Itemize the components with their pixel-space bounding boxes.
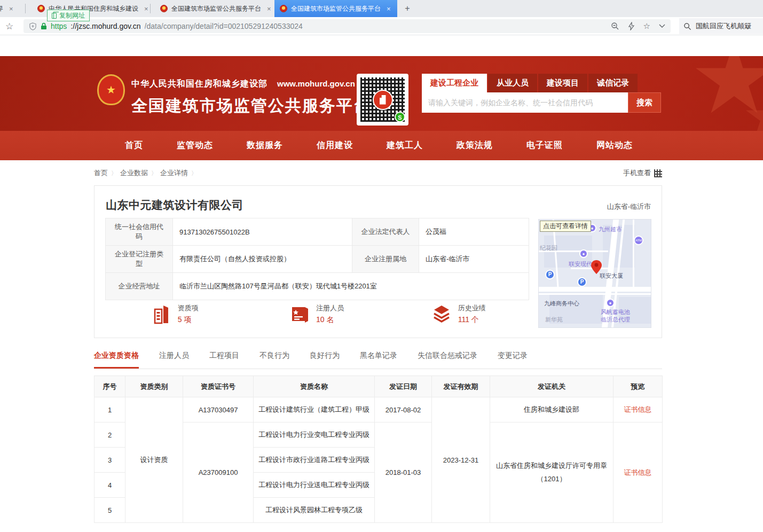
location-map[interactable]: ● 九州超市 ATM 纪花园 ● 联安现代城 联安大厦 P P 九峰商务中心 ●… bbox=[538, 219, 651, 328]
browser-tab-3[interactable]: 全国建筑市场监管公共服务平台 × bbox=[155, 0, 273, 17]
favorite-star-icon[interactable]: ☆ bbox=[643, 21, 650, 31]
col-preview: 预览 bbox=[613, 376, 663, 397]
map-label-garden: 纪花园 bbox=[540, 244, 557, 252]
legal-rep-value: 公茂福 bbox=[419, 218, 529, 246]
tab-qualifications[interactable]: 企业资质资格 bbox=[94, 351, 139, 369]
nav-item-data-service[interactable]: 数据服务 bbox=[247, 140, 283, 151]
mobile-view-label: 手机查看 bbox=[623, 168, 651, 178]
nav-item-e-license[interactable]: 电子证照 bbox=[526, 140, 563, 151]
tab-registered-personnel[interactable]: 注册人员 bbox=[159, 351, 189, 369]
search-tab-project[interactable]: 建设项目 bbox=[538, 74, 587, 92]
nav-item-home[interactable]: 首页 bbox=[125, 140, 143, 151]
breadcrumb-separator: 〉 bbox=[151, 169, 157, 177]
nav-item-site-news[interactable]: 网站动态 bbox=[596, 140, 633, 151]
shield-permissions-icon[interactable] bbox=[29, 22, 37, 30]
authority-line-1: 山东省住房和城乡建设厅许可专用章 bbox=[494, 459, 609, 473]
ministry-name: 中华人民共和国住房和城乡建设部 bbox=[131, 79, 268, 88]
cell-cert-no: A137030497 bbox=[183, 397, 254, 423]
tab-bad-behavior[interactable]: 不良行为 bbox=[259, 351, 289, 369]
company-region: 山东省-临沂市 bbox=[607, 202, 651, 212]
credit-code-value: 91371302675501022B bbox=[173, 218, 352, 246]
keyword-search-input[interactable] bbox=[422, 92, 628, 113]
qr-code-icon bbox=[654, 169, 662, 177]
tab-dishonesty-records[interactable]: 失信联合惩戒记录 bbox=[418, 351, 477, 369]
stat-value: 10 名 bbox=[316, 315, 344, 325]
cell-issue-date: 2018-01-03 bbox=[375, 423, 432, 523]
tab-close-icon[interactable]: × bbox=[144, 5, 148, 13]
cell-qualification-name: 工程设计市政行业道路工程专业丙级 bbox=[254, 448, 375, 473]
copy-url-tooltip: 复制网址 bbox=[47, 10, 90, 21]
cell-seq: 3 bbox=[95, 448, 125, 473]
national-emblem-logo: ★ bbox=[97, 74, 125, 105]
col-category: 资质类别 bbox=[125, 376, 183, 397]
cell-qualification-name: 工程设计风景园林工程专项乙级 bbox=[254, 498, 375, 523]
tab-close-icon[interactable]: × bbox=[9, 5, 13, 13]
secure-lock-icon bbox=[41, 22, 47, 30]
mobile-view-link[interactable]: 手机查看 bbox=[623, 168, 662, 178]
tab-close-icon[interactable]: × bbox=[387, 5, 391, 13]
copy-icon bbox=[52, 13, 57, 19]
tab-change-records[interactable]: 变更记录 bbox=[498, 351, 528, 369]
stat-qualifications: 资质项 5 项 bbox=[105, 303, 247, 325]
layers-icon bbox=[431, 304, 452, 324]
site-header: ★ 中华人民共和国住房和城乡建设部www.mohurd.gov.cn 全国建筑市… bbox=[0, 56, 763, 131]
nav-item-credit[interactable]: 信用建设 bbox=[317, 140, 353, 151]
tab-title: 全国建筑市场监管公共服务平台 bbox=[171, 4, 261, 13]
bookmark-star-icon[interactable]: ☆ bbox=[5, 21, 13, 32]
detail-tab-bar: 企业资质资格 注册人员 工程项目 不良行为 良好行为 黑名单记录 失信联合惩戒记… bbox=[94, 351, 662, 369]
url-path: /data/company/detail?id=0021052912405330… bbox=[145, 22, 607, 30]
breadcrumb-company-detail[interactable]: 企业详情 bbox=[160, 168, 188, 178]
map-poi-pin: ● bbox=[579, 249, 588, 258]
certificate-info-link[interactable]: 证书信息 bbox=[624, 405, 652, 413]
map-tooltip: 点击可查看详情 bbox=[540, 221, 591, 232]
quick-search-box[interactable]: 国航回应飞机颠簸 bbox=[679, 18, 763, 34]
map-atm-pin: ATM bbox=[634, 236, 643, 245]
new-tab-button[interactable]: + bbox=[402, 3, 413, 15]
cell-seq: 2 bbox=[95, 423, 125, 448]
site-favicon-icon bbox=[37, 5, 45, 12]
nav-item-workers[interactable]: 建筑工人 bbox=[387, 140, 423, 151]
col-authority: 发证机关 bbox=[490, 376, 613, 397]
breadcrumb-home[interactable]: 首页 bbox=[94, 168, 108, 178]
search-tab-credit[interactable]: 诚信记录 bbox=[588, 74, 638, 92]
table-row: 1 设计资质 A137030497 工程设计建筑行业（建筑工程）甲级 2017-… bbox=[95, 397, 663, 423]
site-title-block: 中华人民共和国住房和城乡建设部www.mohurd.gov.cn 全国建筑市场监… bbox=[131, 79, 371, 117]
stat-value: 111 个 bbox=[458, 315, 486, 325]
tab-good-behavior[interactable]: 良好行为 bbox=[310, 351, 340, 369]
search-icon bbox=[683, 22, 691, 30]
building-icon bbox=[380, 95, 386, 105]
zoom-out-icon[interactable] bbox=[611, 22, 619, 30]
search-button[interactable]: 搜索 bbox=[628, 92, 661, 113]
nav-item-policy[interactable]: 政策法规 bbox=[457, 140, 493, 151]
emblem-star-icon: ★ bbox=[106, 83, 116, 96]
certificate-info-link[interactable]: 证书信息 bbox=[624, 468, 652, 476]
company-name: 山东中元建筑设计有限公司 bbox=[106, 198, 243, 213]
browser-tab-1[interactable]: 世界 × bbox=[0, 0, 26, 17]
field-label: 企业经营地址 bbox=[106, 273, 173, 300]
search-category-tabs: 建设工程企业 从业人员 建设项目 诚信记录 bbox=[422, 74, 661, 92]
ministry-url: www.mohurd.gov.cn bbox=[277, 79, 355, 88]
map-label-battery-1: 风帆蓄电池 bbox=[601, 308, 630, 316]
field-label: 企业法定代表人 bbox=[352, 218, 419, 246]
search-tab-enterprise[interactable]: 建设工程企业 bbox=[422, 74, 487, 92]
header-search: 建设工程企业 从业人员 建设项目 诚信记录 搜索 bbox=[422, 74, 661, 113]
tab-projects[interactable]: 工程项目 bbox=[209, 351, 239, 369]
stat-registered-personnel: 注册人员 10 名 bbox=[247, 303, 388, 325]
breadcrumb-company-data[interactable]: 企业数据 bbox=[120, 168, 148, 178]
stat-value: 5 项 bbox=[178, 315, 199, 325]
tab-close-icon[interactable]: × bbox=[267, 5, 271, 13]
tab-title: 全国建筑市场监管公共服务平台 bbox=[291, 4, 381, 13]
cell-cert-no: A237009100 bbox=[183, 423, 254, 523]
nav-item-supervision[interactable]: 监管动态 bbox=[177, 140, 213, 151]
col-valid-until: 发证有效期 bbox=[432, 376, 490, 397]
flash-save-icon[interactable] bbox=[628, 22, 635, 30]
search-tab-personnel[interactable]: 从业人员 bbox=[488, 74, 537, 92]
site-favicon-icon bbox=[280, 5, 287, 12]
address-bar[interactable]: https://jzsc.mohurd.gov.cn/data/company/… bbox=[23, 19, 671, 33]
building-icon bbox=[153, 304, 171, 324]
breadcrumb: 首页 〉 企业数据 〉 企业详情 〉 bbox=[94, 168, 197, 178]
chevron-down-icon[interactable] bbox=[659, 24, 665, 28]
cell-qualification-name: 工程设计电力行业变电工程专业丙级 bbox=[254, 423, 375, 448]
browser-tab-active[interactable]: 全国建筑市场监管公共服务平台 × bbox=[274, 0, 397, 17]
tab-blacklist[interactable]: 黑名单记录 bbox=[360, 351, 397, 369]
